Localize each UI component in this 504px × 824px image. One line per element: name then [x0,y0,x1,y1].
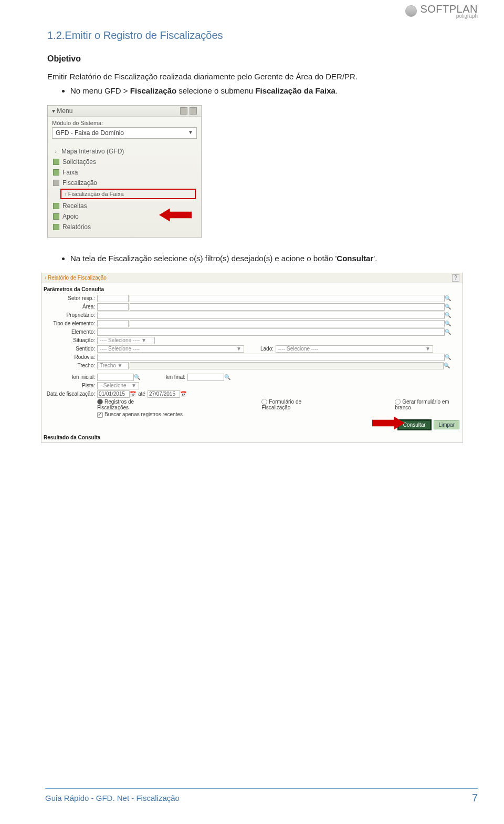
expand-icon [53,159,59,165]
radio-formulario[interactable]: Formulário de Fiscalização [261,399,324,411]
expand-icon [53,224,59,230]
label-kmfin: km final: [140,374,187,380]
label-sentido: Sentido: [45,346,97,352]
objetivo-label: Objetivo [47,54,459,64]
collapse-icon [53,180,59,186]
menu-screenshot: ▾ Menu Módulo do Sistema: GFD - Faixa de… [47,105,202,238]
radio-icon [97,399,103,405]
brand-logo: SOFTPLAN poligraph [405,3,478,19]
page-number: 7 [472,792,478,804]
instr1-pre: No menu GFD > [70,86,130,95]
pista-select[interactable]: --Selecione-- ▼ [97,382,139,389]
search-icon[interactable]: 🔍 [134,374,140,380]
search-icon[interactable]: 🔍 [445,329,451,335]
menu-item-relatorios[interactable]: Relatórios [48,222,201,232]
menu-item-fiscalizacao[interactable]: Fiscalização [48,178,201,188]
search-icon[interactable]: 🔍 [445,321,451,327]
callout-arrow-icon [372,416,405,431]
help-icon[interactable]: ? [452,274,459,282]
calendar-icon[interactable]: 📅 [180,391,186,397]
menu-item-solicitacoes[interactable]: Solicitações [48,157,201,167]
area-input[interactable] [130,303,445,311]
elemento-input[interactable] [97,328,445,336]
section-heading: 1.2.Emitir o Registro de Fiscalizações [47,29,459,42]
menu-item-mapa[interactable]: ›Mapa Interativo (GFD) [48,146,201,157]
radio-icon [395,399,401,405]
menu-item-faixa[interactable]: Faixa [48,167,201,178]
label-situacao: Situação: [45,337,97,343]
rodovia-input[interactable] [97,354,445,361]
tipoelem-code-input[interactable] [97,320,129,327]
menu-view-icon-2[interactable] [190,107,197,115]
search-icon[interactable]: 🔍 [445,354,451,360]
chk-recentes[interactable]: Buscar apenas registros recentes [97,411,183,418]
breadcrumb: › Relatório de Fiscalização [45,275,107,281]
trecho-select[interactable]: Trecho ▼ [97,362,129,369]
svg-marker-1 [372,417,405,430]
label-setor: Setor resp.: [45,295,97,301]
submenu-fiscalizacao-faixa[interactable]: › Fiscalização da Faixa [60,189,196,199]
label-trecho: Trecho: [45,363,97,368]
label-kmini: km inicial: [45,374,97,380]
kmfin-input[interactable] [187,374,224,381]
page-footer: Guia Rápido - GFD. Net - Fiscalização 7 [45,788,478,804]
search-icon[interactable]: 🔍 [444,363,450,369]
instr1-b2: Fiscalização da Faixa [255,86,335,95]
module-select-value: GFD - Faixa de Domínio [52,127,197,139]
instr2-b: Consultar [337,254,373,263]
label-elemento: Elemento: [45,329,97,335]
setor-input[interactable] [130,295,445,302]
module-select[interactable]: GFD - Faixa de Domínio [52,127,197,139]
checkbox-icon [97,412,103,418]
radio-registros[interactable]: Registros de Fiscalizações [97,399,160,411]
section-resultado: Resultado da Consulta [41,431,463,442]
search-icon[interactable]: 🔍 [445,304,451,310]
label-tipoelem: Tipo de elemento: [45,321,97,326]
radio-gerar-branco[interactable]: Gerar formulário em branco [395,399,459,411]
trecho-input[interactable] [130,362,444,369]
search-icon[interactable]: 🔍 [224,374,230,380]
area-code-input[interactable] [97,303,129,311]
menu-view-icon-1[interactable] [180,107,187,115]
expand-icon [53,203,59,209]
section-params: Parâmetros da Consulta [41,283,463,294]
situacao-select[interactable]: ---- Selecione ---- ▼ [97,337,155,344]
instruction-2: Na tela de Fiscalização selecione o(s) f… [70,253,459,264]
search-icon[interactable]: 🔍 [445,295,451,302]
module-label: Módulo do Sistema: [48,117,201,127]
date-from-input[interactable]: 01/01/2015 [97,390,130,398]
label-pista: Pista: [45,383,97,388]
limpar-button[interactable]: Limpar [434,420,459,429]
calendar-icon[interactable]: 📅 [130,391,136,397]
label-prop: Proprietário: [45,312,97,318]
label-rodovia: Rodovia: [45,354,97,360]
radio-icon [261,399,267,405]
instr2-post: '. [373,254,377,263]
callout-arrow-icon [159,208,192,223]
menu-title: ▾ Menu [52,107,72,115]
label-lado: Lado: [244,346,276,352]
svg-marker-0 [159,208,192,221]
sentido-select[interactable]: ---- Selecione ----▼ [97,345,244,353]
expand-icon [53,169,59,176]
label-area: Área: [45,304,97,310]
prop-input[interactable] [97,312,445,319]
kmini-input[interactable] [97,374,134,381]
filter-form-screenshot: › Relatório de Fiscalização ? Parâmetros… [41,273,463,444]
tipoelem-input[interactable] [130,320,445,327]
logo-mark-icon [405,5,417,17]
search-icon[interactable]: 🔍 [445,312,451,318]
instr1-post: . [335,86,338,95]
label-ate: até [136,391,148,397]
instr2-pre: Na tela de Fiscalização selecione o(s) f… [70,254,337,263]
date-to-input[interactable]: 27/07/2015 [148,390,180,398]
lado-select[interactable]: ---- Selecione ----▼ [276,345,433,353]
instr1-b1: Fiscalização [130,86,176,95]
instruction-1: No menu GFD > Fiscalização selecione o s… [70,85,459,97]
instr1-mid: selecione o submenu [176,86,255,95]
arrow-icon: › [53,148,58,154]
setor-code-input[interactable] [97,295,129,302]
objetivo-text: Emitir Relatório de Fiscalização realiza… [47,71,459,82]
label-datafisc: Data de fiscalização: [45,391,97,397]
footer-text: Guia Rápido - GFD. Net - Fiscalização [45,794,180,802]
